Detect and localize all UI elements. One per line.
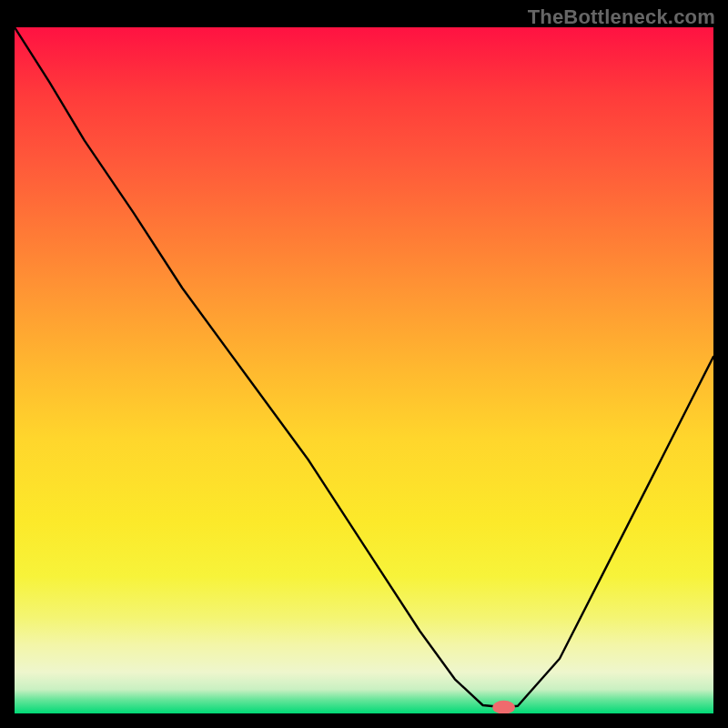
chart-frame: TheBottleneck.com <box>0 0 728 728</box>
watermark-label: TheBottleneck.com <box>528 5 715 29</box>
bottleneck-curve <box>15 27 713 707</box>
optimum-marker <box>492 701 515 713</box>
plot-area <box>15 27 713 713</box>
plot-svg <box>15 27 713 713</box>
